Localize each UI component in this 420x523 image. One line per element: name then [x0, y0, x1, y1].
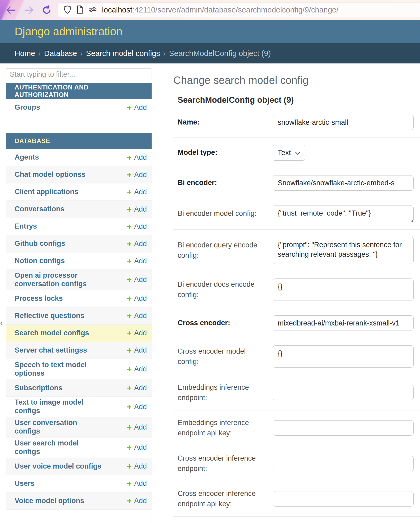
url-host: localhost	[102, 6, 132, 14]
add-link[interactable]: +Add	[127, 346, 147, 354]
breadcrumb-search-model-configs[interactable]: Search model configs	[86, 49, 160, 58]
sidebar-item-entrys[interactable]: Entrys +Add	[6, 218, 152, 235]
sidebar-item-label[interactable]: Search model configs	[15, 329, 89, 337]
sidebar-item-label[interactable]: Reflective questions	[15, 312, 84, 320]
sidebar-item-label[interactable]: Github configs	[15, 239, 65, 248]
sidebar-item-search-model-configs[interactable]: Search model configs +Add	[6, 325, 152, 342]
sidebar-item-github-configs[interactable]: Github configs +Add	[6, 235, 152, 252]
sidebar-item-agents[interactable]: Agents +Add	[6, 149, 152, 166]
add-link[interactable]: +Add	[127, 153, 147, 162]
sidebar-item-label[interactable]: User voice model configs	[15, 462, 101, 471]
sidebar-item-text-to-image-model-configs[interactable]: Text to image model configs +Add	[6, 397, 152, 417]
add-link[interactable]: +Add	[127, 479, 147, 488]
add-link[interactable]: +Add	[127, 403, 147, 411]
plus-icon: +	[127, 403, 132, 411]
sidebar-item-label[interactable]: Open ai processor conversation configs	[15, 271, 102, 288]
sidebar-item-process-locks[interactable]: Process locks +Add	[6, 290, 152, 307]
bi-encoder-query-encode-config-textarea[interactable]: {"prompt": "Represent this sentence for …	[273, 237, 414, 264]
cross-encoder-inference-endpoint-input[interactable]	[273, 456, 414, 471]
sidebar-item-user-search-model-configs[interactable]: User search model configs +Add	[6, 438, 152, 458]
sidebar-item-client-applications[interactable]: Client applications +Add	[6, 183, 152, 201]
permissions-icon[interactable]	[89, 6, 97, 14]
sidebar-item-label[interactable]: Text to image model configs	[15, 398, 102, 415]
breadcrumb-separator: ›	[38, 49, 41, 58]
sidebar-item-notion-configs[interactable]: Notion configs +Add	[6, 252, 152, 270]
sidebar-item-chat-model-optionss[interactable]: Chat model optionss +Add	[6, 166, 152, 183]
breadcrumb-home[interactable]: Home	[15, 49, 35, 58]
sidebar-item-conversations[interactable]: Conversations +Add	[6, 201, 152, 218]
sidebar-item-label[interactable]: Groups	[15, 103, 40, 112]
sidebar-item-user-conversation-configs[interactable]: User conversation configs +Add	[6, 417, 152, 438]
sidebar-item-label[interactable]: Voice model options	[15, 497, 84, 505]
sidebar-item-label[interactable]: Subscriptions	[15, 384, 62, 392]
back-button[interactable]	[6, 6, 16, 14]
add-link[interactable]: +Add	[127, 257, 147, 265]
cross-encoder-input[interactable]	[273, 315, 414, 331]
sidebar-item-label[interactable]: Server chat settingss	[15, 346, 87, 355]
add-link[interactable]: +Add	[127, 294, 147, 303]
embeddings-inference-endpoint-api-key-input[interactable]	[273, 420, 414, 436]
sidebar-item-label[interactable]: Entrys	[15, 222, 37, 231]
cross-encoder-inference-endpoint-api-key-input[interactable]	[273, 491, 414, 507]
sidebar-item-subscriptions[interactable]: Subscriptions +Add	[6, 379, 152, 397]
sidebar-item-label[interactable]: Agents	[15, 153, 39, 162]
add-link[interactable]: +Add	[127, 423, 147, 431]
section-header-auth: AUTHENTICATION AND AUTHORIZATION	[6, 83, 152, 99]
sidebar-item-server-chat-settingss[interactable]: Server chat settingss +Add	[6, 342, 152, 359]
sidebar-item-label[interactable]: Process locks	[15, 294, 63, 303]
plus-icon: +	[127, 384, 132, 392]
add-link[interactable]: +Add	[127, 384, 147, 392]
breadcrumb-database[interactable]: Database	[44, 49, 77, 58]
add-link[interactable]: +Add	[127, 171, 147, 179]
add-link[interactable]: +Add	[127, 329, 147, 337]
add-link[interactable]: +Add	[127, 462, 147, 470]
add-link[interactable]: +Add	[127, 443, 147, 452]
add-label: Add	[134, 497, 147, 505]
add-link[interactable]: +Add	[127, 497, 147, 505]
model-type-select[interactable]: Text	[273, 145, 305, 161]
sidebar-item-label[interactable]: Speech to text model optionss	[15, 361, 102, 378]
embeddings-inference-endpoint-label: Embeddings inference endpoint:	[178, 382, 273, 403]
add-link[interactable]: +Add	[127, 365, 147, 373]
sidebar-item-open-ai-processor-conversation-configs[interactable]: Open ai processor conversation configs +…	[6, 270, 152, 290]
bi-encoder-query-encode-config-label: Bi encoder query encode config:	[178, 240, 273, 261]
shield-icon[interactable]	[64, 5, 71, 15]
sidebar-item-groups[interactable]: Groups + Add	[6, 99, 152, 116]
sidebar-item-user-voice-model-configs[interactable]: User voice model configs +Add	[6, 458, 152, 475]
bi-encoder-input[interactable]	[273, 175, 414, 191]
sidebar-item-label[interactable]: Chat model optionss	[15, 170, 85, 179]
bi-encoder-model-config-textarea[interactable]: {"trust_remote_code": "True"}	[273, 205, 414, 222]
sidebar-item-voice-model-options[interactable]: Voice model options +Add	[6, 492, 152, 510]
sidebar-item-label[interactable]: Client applications	[15, 188, 78, 196]
url-bar[interactable]: localhost:42110/server/admin/database/se…	[58, 3, 420, 18]
sidebar-filter-input[interactable]	[6, 68, 152, 80]
add-link[interactable]: +Add	[127, 240, 147, 248]
add-link[interactable]: +Add	[127, 188, 147, 196]
name-input[interactable]	[273, 115, 414, 130]
add-label: Add	[134, 346, 147, 354]
form-row-bi-encoder-confidence-threshold: Bi encoder confidence threshold: 0.18	[173, 516, 420, 523]
cross-encoder-model-config-textarea[interactable]: {}	[273, 345, 414, 368]
bi-encoder-docs-encode-config-textarea[interactable]: {}	[273, 278, 414, 301]
page-info-icon[interactable]	[76, 5, 83, 15]
sidebar-collapse-toggle[interactable]: ‹	[0, 319, 3, 327]
add-link[interactable]: +Add	[127, 276, 147, 284]
embeddings-inference-endpoint-input[interactable]	[273, 385, 414, 400]
add-link[interactable]: +Add	[127, 222, 147, 231]
site-title[interactable]: Django administration	[15, 25, 122, 38]
add-groups-link[interactable]: + Add	[127, 104, 147, 112]
plus-icon: +	[127, 312, 132, 320]
sidebar-item-speech-to-text-model-optionss[interactable]: Speech to text model optionss +Add	[6, 359, 152, 380]
sidebar-item-label[interactable]: User conversation configs	[15, 419, 102, 436]
sidebar-item-label[interactable]: Conversations	[15, 205, 65, 213]
sidebar-item-label[interactable]: Users	[15, 479, 35, 488]
add-link[interactable]: +Add	[127, 312, 147, 320]
url-text[interactable]: localhost:42110/server/admin/database/se…	[102, 6, 338, 14]
sidebar-item-reflective-questions[interactable]: Reflective questions +Add	[6, 307, 152, 325]
refresh-button[interactable]	[42, 5, 52, 15]
sidebar-item-label[interactable]: User search model configs	[15, 439, 102, 456]
sidebar-item-label[interactable]: Notion configs	[15, 257, 65, 265]
forward-button[interactable]	[24, 6, 34, 14]
sidebar-item-users[interactable]: Users +Add	[6, 475, 152, 492]
add-link[interactable]: +Add	[127, 205, 147, 213]
